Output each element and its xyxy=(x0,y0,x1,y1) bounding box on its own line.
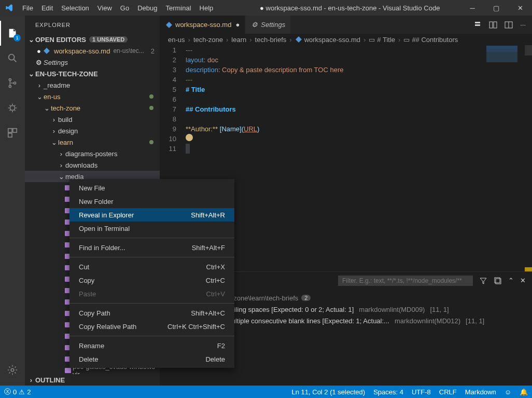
status-language[interactable]: Markdown xyxy=(461,388,500,396)
more-actions-icon[interactable]: ··· xyxy=(520,21,526,29)
open-editor-path: en-us\tec... xyxy=(113,47,144,54)
breadcrumb-item[interactable]: ## Contributors xyxy=(412,36,458,44)
svg-point-4 xyxy=(10,105,15,110)
chevron-right-icon: › xyxy=(35,81,44,89)
chevron-right-icon: › xyxy=(27,376,35,384)
window-close[interactable]: ✕ xyxy=(508,0,532,16)
breadcrumb-item[interactable]: tech-briefs xyxy=(255,36,287,44)
open-editor-label: Settings xyxy=(44,59,68,66)
problems-filter-input[interactable] xyxy=(338,276,473,286)
ctx-rename[interactable]: RenameF2 xyxy=(69,339,234,352)
folder-header[interactable]: ⌄ EN-US-TECH-ZONE xyxy=(25,68,160,79)
tree-folder[interactable]: ⌄tech-zone xyxy=(25,102,160,114)
tree-folder[interactable]: ⌄en-us xyxy=(25,91,160,102)
code-content[interactable]: --- layout: doc description: Copy & past… xyxy=(186,45,532,271)
ctx-new-file[interactable]: New File xyxy=(69,181,234,195)
menu-terminal[interactable]: Terminal xyxy=(161,4,195,12)
tab-settings[interactable]: ⚙ Settings xyxy=(245,16,291,34)
status-errors[interactable]: ⓧ0⚠2 xyxy=(0,387,35,396)
menu-view[interactable]: View xyxy=(93,4,116,12)
problem-position: [11, 1] xyxy=(430,306,449,313)
activity-source-control[interactable] xyxy=(0,71,25,95)
close-icon[interactable]: ⚙ xyxy=(35,59,43,66)
open-editors-header[interactable]: ⌄ OPEN EDITORS 1 UNSAVED xyxy=(25,34,160,45)
ctx-cut[interactable]: CutCtrl+X xyxy=(69,260,234,273)
vscode-logo xyxy=(0,4,18,12)
ctx-separator xyxy=(69,303,234,304)
ctx-copy-relative-path[interactable]: Copy Relative PathCtrl+K Ctrl+Shift+C xyxy=(69,320,234,333)
open-editor-item[interactable]: ● workspace-sso.md en-us\tec... 2 xyxy=(25,45,160,57)
activity-extensions[interactable] xyxy=(0,120,25,145)
window-title: ● workspace-sso.md - en-us-tech-zone - V… xyxy=(240,4,461,12)
menu-selection[interactable]: Selection xyxy=(57,4,93,12)
overview-ruler xyxy=(525,45,532,271)
ctx-copy-path[interactable]: Copy PathShift+Alt+C xyxy=(69,306,234,320)
ctx-delete[interactable]: DeleteDelete xyxy=(69,352,234,366)
chevron-right-icon: › xyxy=(57,150,65,158)
warning-marker xyxy=(525,267,532,271)
tree-folder[interactable]: ›_readme xyxy=(25,79,160,91)
tab-label: workspace-sso.md xyxy=(175,21,231,29)
symbol-icon: ▭ xyxy=(403,36,410,44)
panel-maximize-icon[interactable]: ⌃ xyxy=(508,277,514,284)
open-preview-icon[interactable] xyxy=(489,21,497,29)
git-modified-icon xyxy=(149,140,153,144)
window-maximize[interactable]: ▢ xyxy=(484,0,508,16)
svg-point-8 xyxy=(11,368,14,372)
ctx-separator xyxy=(69,336,234,336)
menu-file[interactable]: File xyxy=(18,4,37,12)
ctx-find-in-folder[interactable]: Find in Folder...Shift+Alt+F xyxy=(69,241,234,254)
status-encoding[interactable]: UTF-8 xyxy=(408,388,435,396)
tree-folder[interactable]: ›diagrams-posters xyxy=(25,148,160,159)
dirty-dot-icon[interactable]: ● xyxy=(235,21,240,29)
breadcrumb-item[interactable]: learn xyxy=(231,36,246,44)
outline-header[interactable]: › OUTLINE xyxy=(25,374,160,386)
activity-settings[interactable] xyxy=(0,358,25,382)
markdown-icon xyxy=(165,21,173,29)
tree-folder[interactable]: ⌄learn xyxy=(25,136,160,148)
ctx-open-in-terminal[interactable]: Open in Terminal xyxy=(69,222,234,235)
problems-count: 2 xyxy=(301,295,311,301)
status-indentation[interactable]: Spaces: 4 xyxy=(369,388,408,396)
tabs: workspace-sso.md ● ⚙ Settings ··· xyxy=(160,16,532,34)
breadcrumb-item[interactable]: workspace-sso.md xyxy=(304,36,360,44)
scrollbar-thumb[interactable] xyxy=(525,45,532,56)
menu-edit[interactable]: Edit xyxy=(37,4,57,12)
activity-search[interactable] xyxy=(0,46,25,71)
status-feedback-icon[interactable]: ☺ xyxy=(500,388,515,396)
tree-folder[interactable]: ›build xyxy=(25,114,160,125)
menu-debug[interactable]: Debug xyxy=(133,4,161,12)
open-editor-item[interactable]: ⚙ Settings xyxy=(25,57,160,68)
ctx-reveal-in-explorer[interactable]: Reveal in ExplorerShift+Alt+R xyxy=(69,208,234,222)
menu-go[interactable]: Go xyxy=(116,4,133,12)
chevron-right-icon: › xyxy=(50,116,58,123)
chevron-right-icon: › xyxy=(57,161,65,169)
activity-explorer[interactable]: 1 xyxy=(0,21,25,46)
filter-icon[interactable] xyxy=(479,277,487,285)
open-changes-icon[interactable] xyxy=(473,21,482,29)
tree-folder[interactable]: ›downloads xyxy=(25,159,160,171)
split-editor-icon[interactable] xyxy=(505,21,513,29)
tree-folder[interactable]: ›design xyxy=(25,125,160,136)
breadcrumb-item[interactable]: tech-zone xyxy=(193,36,223,44)
breadcrumb-item[interactable]: en-us xyxy=(168,36,185,44)
status-selection[interactable]: Ln 11, Col 2 (1 selected) xyxy=(287,388,369,396)
tab-workspace-sso[interactable]: workspace-sso.md ● xyxy=(160,16,245,34)
lightbulb-icon[interactable] xyxy=(186,134,193,141)
menu-help[interactable]: Help xyxy=(195,4,218,12)
window-controls: ─ ▢ ✕ xyxy=(460,0,532,16)
breadcrumbs[interactable]: en-us› tech-zone› learn› tech-briefs› wo… xyxy=(160,34,532,45)
window-minimize[interactable]: ─ xyxy=(460,0,484,16)
ctx-new-folder[interactable]: New Folder xyxy=(69,195,234,208)
status-bell-icon[interactable]: 🔔 xyxy=(515,388,532,396)
collapse-all-icon[interactable] xyxy=(494,277,502,285)
breadcrumb-item[interactable]: # Title xyxy=(377,36,395,44)
status-eol[interactable]: CRLF xyxy=(435,388,461,396)
svg-rect-5 xyxy=(8,129,12,132)
problem-source: markdownlint(MD009) xyxy=(359,306,425,313)
ctx-copy[interactable]: CopyCtrl+C xyxy=(69,273,234,287)
activity-debug[interactable] xyxy=(0,95,25,120)
panel-close-icon[interactable]: ✕ xyxy=(520,277,526,284)
git-modified-icon xyxy=(149,106,153,110)
svg-rect-26 xyxy=(489,22,493,28)
